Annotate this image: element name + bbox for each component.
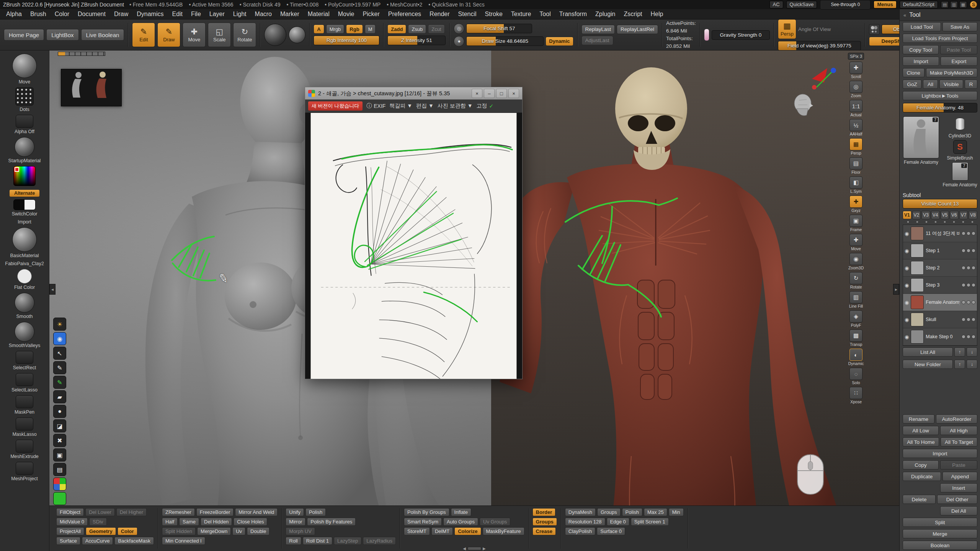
tray-button[interactable]: Surface (56, 537, 80, 545)
subtool-toggle-dots[interactable] (962, 318, 975, 321)
tray-button[interactable]: ZRemesher (162, 508, 195, 516)
list-all-button[interactable]: List All (903, 347, 953, 357)
tray-button[interactable]: Split Screen 1 (631, 518, 669, 526)
draw-button[interactable]: ✎Draw (157, 23, 180, 47)
menus-button[interactable]: Menus (874, 1, 896, 9)
tray-button[interactable]: Unify (286, 508, 304, 516)
menu-item[interactable]: Light (233, 11, 247, 18)
menu-item[interactable]: Render (430, 11, 449, 18)
folder-down-button[interactable]: ↓ (967, 360, 977, 369)
tray-button[interactable]: DelMT (431, 527, 453, 535)
tray-button[interactable]: Morph UV (286, 527, 315, 535)
new-folder-button[interactable]: New Folder (903, 360, 953, 369)
tool-panel-button[interactable]: GoZ (903, 80, 921, 89)
subtool-item-step2[interactable]: ◉ Step 2 (903, 259, 977, 277)
timeline-strip[interactable] (58, 52, 105, 56)
quicksave-button[interactable]: QuickSave (786, 1, 817, 9)
subtool-action-button[interactable]: All High (940, 426, 977, 435)
folder-up-button[interactable]: ↑ (954, 360, 965, 369)
eye-icon[interactable]: ◉ (905, 282, 909, 288)
color-a-button[interactable]: A (314, 24, 324, 34)
subtool-action-button[interactable]: Rename (903, 414, 934, 424)
tray-button[interactable]: Del Lower (85, 508, 115, 516)
subtool-action-button[interactable]: Copy (903, 460, 939, 469)
rgb-button[interactable]: Rgb (346, 24, 363, 34)
tool-panel-button[interactable]: Load Tool (903, 22, 941, 31)
tray-button[interactable]: Inflate (451, 508, 471, 516)
tray-button[interactable]: Color (118, 527, 137, 535)
tool-panel-button[interactable]: R (965, 80, 977, 89)
update-badge[interactable]: 새 버전이 나왔습니다 (308, 101, 363, 111)
eye-icon[interactable]: ◉ (905, 300, 909, 305)
ac-button[interactable]: AC (769, 1, 783, 9)
tray-button[interactable]: Crease (532, 527, 556, 535)
tray-button[interactable]: Half (162, 518, 178, 526)
tray-button[interactable]: MidValue 0 (56, 518, 88, 526)
subtool-action-button[interactable]: All Low (903, 426, 939, 435)
subtool-toggle-dots[interactable] (962, 231, 975, 235)
lightbox-button[interactable]: LightBox (46, 29, 78, 41)
subtool-toggle-dots[interactable] (962, 249, 975, 253)
tray-button[interactable]: SDiv (89, 518, 106, 526)
subtool-action-button[interactable]: Insert (940, 483, 978, 492)
adjust-last-button[interactable]: AdjustLast (581, 36, 613, 45)
shelf-polyframe[interactable]: ◈ PolyF (848, 310, 864, 328)
subtool-action-button[interactable]: Del Other (937, 495, 977, 504)
subtool-toggle-dots[interactable] (962, 266, 975, 270)
active-tool-slider[interactable]: Female Anatomy. 48 (903, 103, 977, 112)
camview-head-widget[interactable] (791, 93, 815, 118)
brush-mask-pen[interactable]: MaskPen (15, 395, 34, 415)
shelf-xpose[interactable]: ∷ Xpose (848, 387, 864, 404)
edit-button[interactable]: ✎Edit (132, 23, 155, 47)
menu-item[interactable]: Picker (363, 11, 379, 18)
tray-button[interactable]: Max 25 (644, 508, 667, 516)
material-flat-color[interactable]: Flat Color (14, 269, 35, 290)
tray-button[interactable]: Polish (622, 508, 642, 516)
tray-button[interactable]: Surface 0 (597, 527, 625, 535)
panel-collapse-left[interactable]: ◄ (49, 284, 56, 295)
menu-item[interactable]: Document (78, 11, 106, 18)
tray-button[interactable]: Roll (286, 537, 301, 545)
simplebrush-tool-icon[interactable]: S (953, 140, 967, 154)
tray-button[interactable]: Double (247, 527, 270, 535)
tray-button[interactable]: Uv Groups (480, 518, 510, 526)
tray-button[interactable]: LazyStep (334, 537, 361, 545)
subtool-version-tab[interactable]: V3 (921, 211, 930, 219)
subtool-item-female-anatomy[interactable]: ◉ Female Anatomy (903, 294, 977, 311)
tool-panel-button[interactable]: Visible (939, 80, 964, 89)
active-color-swatch[interactable] (53, 492, 66, 505)
subtool-item-body[interactable]: ◉ 11 여성 3단계 바디 각상 - [M & (903, 225, 977, 242)
tray-button[interactable]: Min (669, 508, 684, 516)
tray-button[interactable]: Smart ReSym (404, 518, 442, 526)
tool-panel-button[interactable]: Export (941, 57, 977, 66)
brush-mask-lasso[interactable]: MaskLasso (12, 417, 36, 437)
reference-thumbnail[interactable] (61, 69, 122, 106)
tool-panel-button[interactable]: Copy Tool (903, 45, 939, 54)
session-icon[interactable]: S (970, 1, 977, 8)
shelf-solo[interactable]: ◌ Solo (848, 368, 864, 385)
eye-icon[interactable]: ◉ (905, 334, 909, 340)
tray-button[interactable]: Groups (597, 508, 621, 516)
tray-button[interactable]: Uv (232, 527, 245, 535)
m-button[interactable]: M (365, 24, 376, 34)
panel-flip-icon[interactable]: « (903, 12, 906, 18)
menu-item[interactable]: Movie (338, 11, 354, 18)
menu-item[interactable]: Brush (30, 11, 46, 18)
eye-icon[interactable]: ◉ (905, 248, 909, 254)
subtool-action-button[interactable]: Del All (940, 506, 978, 515)
shelf-zoom3d[interactable]: ◉ Zoom3D (848, 253, 864, 270)
deep-shadow-button[interactable]: DeepShadow (869, 37, 899, 46)
layout-toggle-icon[interactable]: ▤ (941, 1, 949, 8)
tray-button[interactable]: Resolution 128 (565, 518, 605, 526)
subtool-section-title[interactable]: Subtool (903, 192, 977, 198)
material-startup[interactable]: StartupMaterial (8, 137, 41, 163)
stroke-dots[interactable]: Dots (15, 87, 34, 112)
eye-icon[interactable]: ◉ (905, 317, 909, 323)
tray-button[interactable]: FreezeBorder (196, 508, 234, 516)
subtool-version-tab[interactable]: V1 (903, 211, 911, 219)
see-through-slider[interactable]: See-through 0 (820, 0, 871, 10)
tray-button[interactable]: FillObject (56, 508, 84, 516)
eraser-tool-icon[interactable]: ◪ (53, 419, 66, 432)
menu-item[interactable]: Dynamics (137, 11, 163, 18)
pen-tool-icon[interactable]: ✎ (53, 361, 66, 374)
